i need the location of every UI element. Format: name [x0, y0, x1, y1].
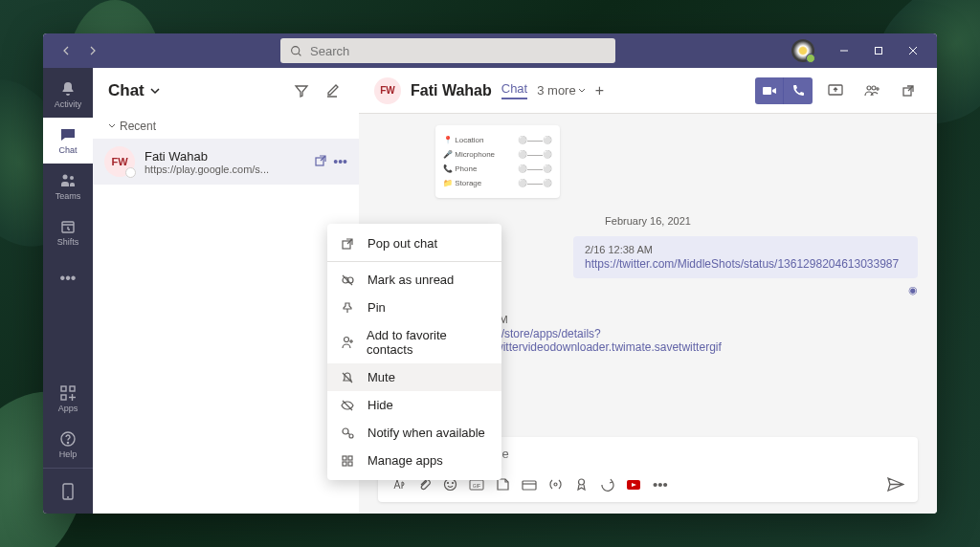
rail-chat[interactable]: Chat	[43, 118, 93, 164]
message-sent[interactable]: 2/16 12:38 AM https://twitter.com/Middle…	[573, 236, 918, 278]
svg-point-25	[872, 86, 876, 90]
sidebar-title[interactable]: Chat	[108, 81, 290, 100]
svg-point-43	[345, 338, 349, 342]
rail-label: Shifts	[57, 237, 79, 247]
svg-point-30	[448, 483, 449, 484]
popout-button[interactable]	[895, 77, 922, 104]
new-chat-button[interactable]	[321, 79, 344, 102]
svg-point-29	[445, 479, 457, 491]
menu-notify[interactable]: Notify when available	[327, 419, 501, 447]
send-button[interactable]	[887, 477, 904, 492]
menu-unread[interactable]: Mark as unread	[327, 266, 501, 294]
rail-teams[interactable]: Teams	[43, 164, 93, 209]
chat-more-button[interactable]: •••	[333, 154, 347, 169]
svg-rect-13	[70, 386, 75, 391]
titlebar	[43, 33, 937, 68]
menu-label: Pin	[368, 300, 386, 315]
search-box[interactable]	[280, 38, 615, 63]
svg-point-36	[554, 483, 557, 486]
chat-item-name: Fati Wahab	[145, 149, 304, 164]
link-preview-card: 📍 Location⚪——⚪ 🎤 Microphone⚪——⚪ 📞 Phone⚪…	[435, 125, 560, 198]
svg-rect-52	[348, 456, 352, 460]
meet-icon[interactable]	[522, 479, 537, 491]
praise-icon[interactable]	[574, 477, 589, 492]
menu-pin[interactable]: Pin	[327, 294, 501, 321]
svg-line-50	[348, 433, 350, 435]
rail-label: Activity	[55, 99, 82, 109]
popout-icon	[341, 237, 356, 251]
shifts-icon	[59, 218, 77, 235]
rail-more[interactable]: •••	[43, 255, 93, 301]
svg-point-7	[70, 176, 74, 180]
menu-popout[interactable]: Pop out chat	[327, 230, 501, 257]
popout-icon[interactable]	[314, 154, 327, 169]
chat-item-preview: https://play.google.com/s...	[145, 164, 304, 175]
add-tab-button[interactable]: +	[595, 82, 604, 99]
rail-activity[interactable]: Activity	[43, 72, 93, 118]
search-input[interactable]	[310, 44, 606, 58]
svg-rect-53	[343, 462, 346, 466]
rail-mobile[interactable]	[43, 468, 93, 514]
notify-icon	[341, 427, 356, 440]
nav-back-button[interactable]	[55, 39, 78, 62]
rail-apps[interactable]: Apps	[43, 376, 93, 422]
audio-call-button[interactable]	[784, 77, 813, 104]
menu-favorite[interactable]: Add to favorite contacts	[327, 321, 501, 363]
chat-avatar: FW	[104, 146, 135, 177]
rail-label: Apps	[58, 404, 78, 413]
help-icon	[59, 430, 77, 448]
chat-header: FW Fati Wahab Chat 3 more +	[359, 68, 937, 114]
app-rail: Activity Chat Teams Shifts ••• App	[43, 68, 93, 514]
gif-icon[interactable]: GIF	[469, 479, 484, 491]
svg-rect-34	[523, 481, 536, 490]
section-recent[interactable]: Recent	[93, 114, 359, 139]
svg-line-1	[299, 53, 301, 55]
message-time: 2/16 12:38 AM	[585, 244, 906, 255]
menu-label: Pop out chat	[368, 236, 437, 251]
user-avatar[interactable]	[791, 39, 814, 62]
svg-rect-14	[61, 395, 66, 400]
maximize-button[interactable]	[862, 37, 895, 64]
tabs-more-label: 3 more	[537, 83, 575, 98]
sidebar-title-text: Chat	[108, 81, 145, 100]
mute-icon	[341, 371, 356, 384]
chat-sidebar: Chat Recent FW Fati Wahab https://play.g…	[93, 68, 359, 514]
apps-icon	[59, 384, 77, 402]
message-link[interactable]: https://twitter.com/MiddleShots/status/1…	[585, 257, 906, 271]
rail-help[interactable]: Help	[43, 422, 93, 468]
svg-point-18	[67, 442, 68, 443]
menu-label: Manage apps	[368, 453, 443, 468]
section-label-text: Recent	[120, 120, 156, 133]
svg-point-37	[579, 479, 585, 485]
add-people-button[interactable]	[858, 77, 885, 104]
person-add-icon	[341, 336, 355, 349]
unread-icon	[341, 274, 356, 287]
message-time: 6 12:51 AM	[455, 314, 906, 325]
screenshare-button[interactable]	[822, 77, 849, 104]
mobile-icon	[61, 483, 75, 500]
menu-mute[interactable]: Mute	[327, 363, 501, 391]
menu-hide[interactable]: Hide	[327, 391, 501, 419]
video-clip-icon[interactable]	[626, 479, 641, 491]
close-button[interactable]	[897, 37, 929, 64]
nav-forward-button[interactable]	[81, 39, 104, 62]
svg-point-0	[292, 46, 300, 54]
bell-icon	[59, 80, 77, 98]
minimize-button[interactable]	[828, 37, 860, 64]
more-icon[interactable]: •••	[653, 476, 668, 492]
tabs-more[interactable]: 3 more	[537, 83, 585, 98]
apps-icon	[341, 454, 356, 468]
svg-rect-54	[348, 462, 352, 466]
tab-chat[interactable]: Chat	[501, 81, 527, 99]
filter-button[interactable]	[290, 79, 313, 102]
chat-list-item[interactable]: FW Fati Wahab https://play.google.com/s.…	[93, 139, 359, 185]
video-call-button[interactable]	[755, 77, 784, 104]
rail-label: Teams	[56, 191, 81, 201]
approvals-icon[interactable]	[600, 477, 614, 492]
message-link[interactable]: ogle.com/store/apps/details? osaver.twit…	[455, 327, 906, 354]
svg-point-6	[63, 175, 68, 180]
menu-manage-apps[interactable]: Manage apps	[327, 447, 501, 474]
stream-icon[interactable]	[548, 477, 563, 492]
rail-shifts[interactable]: Shifts	[43, 209, 93, 255]
search-icon	[290, 45, 302, 57]
